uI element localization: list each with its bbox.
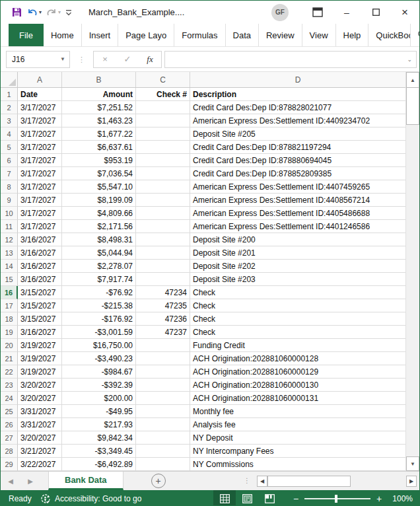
grid-cell[interactable]: $1,677.22 bbox=[62, 127, 136, 141]
row-header-3[interactable]: 3 bbox=[1, 114, 18, 127]
grid-cell[interactable]: 3/15/2027 bbox=[18, 286, 62, 299]
grid-cell[interactable]: $5,547.10 bbox=[62, 180, 136, 194]
ribbon-tab-data[interactable]: Data bbox=[226, 24, 259, 46]
grid-cell[interactable]: 3/17/2027 bbox=[18, 180, 62, 194]
grid-cell[interactable]: NY Intercompany Fees bbox=[190, 445, 406, 458]
grid-cell[interactable]: 3/16/2027 bbox=[18, 233, 62, 246]
grid-cell[interactable]: 3/16/2027 bbox=[18, 246, 62, 260]
grid-cell[interactable]: Check bbox=[190, 286, 406, 299]
account-avatar[interactable]: GF bbox=[271, 4, 289, 21]
row-header-8[interactable]: 8 bbox=[1, 180, 18, 194]
column-header-c[interactable]: C bbox=[136, 72, 190, 87]
grid-cell[interactable]: Credit Card Des:Dep ID:878880694045 bbox=[190, 154, 406, 167]
grid-cell[interactable]: Deposit Site #205 bbox=[190, 127, 406, 141]
zoom-out-button[interactable]: − bbox=[290, 493, 302, 504]
grid-cell[interactable]: 3/17/2027 bbox=[18, 114, 62, 127]
grid-cell[interactable]: 3/17/2027 bbox=[18, 127, 62, 141]
normal-view-button[interactable] bbox=[213, 490, 236, 506]
grid-cell[interactable]: -$3,001.59 bbox=[62, 326, 136, 339]
accessibility-status[interactable]: Accessibility: Good to go bbox=[40, 493, 141, 504]
row-header-6[interactable]: 6 bbox=[1, 154, 18, 167]
grid-cell[interactable] bbox=[136, 246, 190, 260]
grid-cell[interactable]: Deposit Site #200 bbox=[190, 233, 406, 246]
grid-cell[interactable]: ACH Origination:202881060000129 bbox=[190, 365, 406, 379]
grid-cell[interactable]: 3/15/2027 bbox=[18, 299, 62, 312]
row-header-24[interactable]: 24 bbox=[1, 392, 18, 405]
grid-cell[interactable]: $16,750.00 bbox=[62, 339, 136, 352]
grid-cell[interactable]: ACH Origination:202881060000131 bbox=[190, 392, 406, 405]
insert-function-button[interactable]: fx bbox=[139, 54, 161, 65]
maximize-button[interactable] bbox=[361, 1, 390, 24]
grid-cell[interactable] bbox=[136, 180, 190, 194]
zoom-in-button[interactable]: + bbox=[373, 493, 385, 504]
grid-cell[interactable]: 3/20/2027 bbox=[18, 431, 62, 445]
grid-cell[interactable] bbox=[136, 207, 190, 220]
grid-cell[interactable]: 47234 bbox=[136, 286, 190, 299]
row-header-4[interactable]: 4 bbox=[1, 127, 18, 141]
horizontal-scrollbar[interactable]: ◀ ▶ bbox=[257, 476, 417, 487]
row-header-19[interactable]: 19 bbox=[1, 326, 18, 339]
grid-cell[interactable]: $953.19 bbox=[62, 154, 136, 167]
grid-cell[interactable]: -$3,490.23 bbox=[62, 352, 136, 365]
tell-me-box[interactable]: Tell me bbox=[411, 24, 420, 46]
grid-cell[interactable]: ACH Origination:202881060000130 bbox=[190, 379, 406, 392]
undo-button[interactable]: ▾ bbox=[25, 5, 43, 20]
grid-cell[interactable] bbox=[136, 141, 190, 154]
grid-cell[interactable] bbox=[136, 445, 190, 458]
grid-cell[interactable]: Check bbox=[190, 299, 406, 312]
zoom-slider-track[interactable] bbox=[304, 498, 370, 499]
add-sheet-button[interactable]: + bbox=[151, 474, 166, 488]
grid-cell[interactable]: 3/17/2027 bbox=[18, 167, 62, 180]
ribbon-tab-home[interactable]: Home bbox=[44, 24, 82, 46]
row-header-13[interactable]: 13 bbox=[1, 246, 18, 260]
row-header-17[interactable]: 17 bbox=[1, 299, 18, 312]
grid-cell[interactable]: 3/17/2027 bbox=[18, 194, 62, 207]
grid-cell[interactable]: 3/17/2027 bbox=[18, 154, 62, 167]
row-header-16[interactable]: 16 bbox=[1, 286, 18, 299]
ribbon-tab-formulas[interactable]: Formulas bbox=[174, 24, 225, 46]
grid-cell[interactable]: Check bbox=[190, 312, 406, 326]
grid-cell[interactable]: 3/19/2027 bbox=[18, 365, 62, 379]
grid-cell[interactable]: $4,809.66 bbox=[62, 207, 136, 220]
grid-cell[interactable] bbox=[136, 379, 190, 392]
grid-cell[interactable]: American Express Des:Settlement ID:44085… bbox=[190, 194, 406, 207]
grid-cell[interactable]: Check # bbox=[136, 88, 190, 101]
grid-cell[interactable]: -$76.92 bbox=[62, 286, 136, 299]
formula-bar-expand-icon[interactable]: ⌄ bbox=[407, 56, 416, 63]
grid-cell[interactable]: 3/16/2027 bbox=[18, 326, 62, 339]
cancel-formula-button[interactable]: × bbox=[94, 54, 116, 64]
scroll-up-icon[interactable]: ▲ bbox=[406, 72, 419, 88]
grid-cell[interactable]: -$49.95 bbox=[62, 405, 136, 418]
grid-cell[interactable]: 3/17/2027 bbox=[18, 207, 62, 220]
row-header-29[interactable]: 29 bbox=[1, 458, 18, 471]
grid-cell[interactable] bbox=[136, 154, 190, 167]
grid-cell[interactable]: $7,036.54 bbox=[62, 167, 136, 180]
grid-cell[interactable] bbox=[136, 365, 190, 379]
row-header-15[interactable]: 15 bbox=[1, 273, 18, 286]
enter-formula-button[interactable]: ✓ bbox=[116, 54, 139, 64]
grid-cell[interactable]: ACH Origination:202881060000128 bbox=[190, 352, 406, 365]
grid-cell[interactable]: NY Commissions bbox=[190, 458, 406, 471]
grid-cell[interactable]: 47235 bbox=[136, 299, 190, 312]
redo-button[interactable]: ▾ bbox=[44, 5, 62, 20]
ribbon-tab-file[interactable]: File bbox=[9, 24, 44, 46]
grid-cell[interactable] bbox=[136, 405, 190, 418]
grid-cell[interactable]: Deposit Site #202 bbox=[190, 260, 406, 273]
grid-cell[interactable] bbox=[136, 352, 190, 365]
select-all-corner[interactable] bbox=[1, 72, 18, 87]
grid-cell[interactable]: -$6,492.89 bbox=[62, 458, 136, 471]
undo-dropdown-icon[interactable]: ▾ bbox=[39, 9, 42, 15]
grid-cell[interactable]: 3/20/2027 bbox=[18, 379, 62, 392]
row-header-11[interactable]: 11 bbox=[1, 220, 18, 233]
grid-cell[interactable]: $7,917.74 bbox=[62, 273, 136, 286]
grid-cell[interactable]: 3/17/2027 bbox=[18, 141, 62, 154]
grid-cell[interactable]: Credit Card Des:Dep ID:878828021077 bbox=[190, 101, 406, 114]
next-sheet-icon[interactable]: ▶ bbox=[20, 472, 40, 490]
grid-cell[interactable] bbox=[136, 101, 190, 114]
grid-cell[interactable]: $9,842.34 bbox=[62, 431, 136, 445]
ribbon-tab-help[interactable]: Help bbox=[336, 24, 369, 46]
row-header-22[interactable]: 22 bbox=[1, 365, 18, 379]
grid-cell[interactable]: 3/19/2027 bbox=[18, 352, 62, 365]
grid-cell[interactable]: -$176.92 bbox=[62, 312, 136, 326]
close-button[interactable]: × bbox=[390, 1, 419, 24]
